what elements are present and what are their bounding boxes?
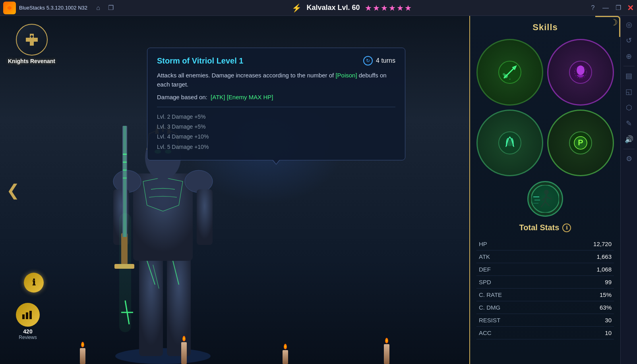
poison-tag: [Poison] [335, 72, 357, 79]
candle-flame [284, 344, 287, 349]
bluestacks-sidebar: ◎ ↺ ⊕ ▤ ◱ ⬡ ✎ 🔊 ⚙ [620, 0, 637, 364]
skill-name: Storm of Vitriol Level 1 [157, 56, 243, 65]
skill-tooltip: Storm of Vitriol Level 1 ↻ 4 turns Attac… [147, 48, 405, 160]
stats-table: HP 12,720 ATK 1,663 DEF 1,068 SPD 99 C. … [476, 238, 614, 339]
total-stats-header: Total Stats ℹ [476, 223, 614, 232]
right-panel-inner: Skills + [470, 16, 620, 346]
skill-turns: ↻ 4 turns [363, 56, 395, 65]
stat-label: RESIST [476, 314, 552, 327]
stat-label: C. RATE [476, 289, 552, 301]
passive-badge: P [605, 168, 611, 173]
stats-row: ACC 10 [476, 327, 614, 339]
reviews-count: 420 [23, 328, 32, 335]
skill-2-icon[interactable] [547, 39, 614, 106]
sidebar-icon-3[interactable]: ⊕ [622, 49, 636, 64]
stat-value: 63% [552, 301, 614, 314]
stat-label: C. DMG [476, 301, 552, 314]
tooltip-arrow-inner [273, 160, 279, 164]
star-rating: ★★★★★★ [365, 3, 412, 13]
turns-icon: ↻ [363, 56, 373, 65]
home-icon[interactable]: ⌂ [94, 4, 103, 12]
stat-value: 10 [552, 327, 614, 339]
stats-info-button[interactable]: ℹ [562, 223, 571, 232]
sidebar-icon-8[interactable]: 🔊 [622, 132, 636, 146]
stats-row: RESIST 30 [476, 314, 614, 327]
candle-body [80, 348, 85, 364]
stats-row: C. RATE 15% [476, 289, 614, 301]
gold-corner-decoration: ☽ [589, 16, 620, 40]
svg-rect-27 [119, 213, 131, 332]
skill-1-icon[interactable]: + [476, 39, 543, 106]
stat-label: SPD [476, 276, 552, 289]
stats-row: C. DMG 63% [476, 301, 614, 314]
skill-separator [157, 107, 395, 107]
svg-marker-1 [8, 6, 12, 10]
brand-label: BlueStacks 5.3.120.1002 N32 [19, 5, 87, 11]
candle-left [80, 342, 85, 364]
right-panel: Skills + [469, 16, 620, 364]
svg-rect-31 [22, 314, 25, 319]
svg-rect-26 [123, 177, 127, 179]
damage-based: Damage based on: [ATK] [Enemy MAX HP] [157, 94, 395, 100]
candle-right [384, 338, 389, 364]
stat-value: 15% [552, 289, 614, 301]
candle-body [384, 344, 389, 364]
stats-row: DEF 1,068 [476, 263, 614, 276]
guild-info: Knights Revenant [8, 24, 55, 64]
back-button[interactable]: ❮ [6, 181, 20, 199]
svg-text:+: + [509, 77, 511, 81]
skill-level-3: Lvl. 3 Damage +5% [157, 122, 395, 132]
sidebar-icon-1[interactable]: ◎ [622, 17, 636, 32]
atk-tag: [ATK] [211, 94, 225, 100]
titlebar-nav-icons: ⌂ ❐ [94, 4, 115, 12]
svg-text:P: P [578, 138, 583, 147]
sidebar-icon-6[interactable]: ⬡ [622, 100, 636, 115]
titlebar: BlueStacks 5.3.120.1002 N32 ⌂ ❐ ⚡ Kalval… [0, 0, 637, 16]
settings-icon[interactable]: ⚙ [622, 152, 636, 166]
svg-point-36 [503, 73, 505, 75]
minimize-icon[interactable]: — [602, 4, 610, 12]
sidebar-icon-4[interactable]: ▤ [622, 69, 636, 83]
candles-area [0, 316, 469, 364]
stat-value: 1,663 [552, 250, 614, 263]
skill-description: Attacks all enemies. Damage increases ac… [157, 71, 395, 89]
skill-5-icon[interactable] [527, 181, 563, 217]
stat-value: 30 [552, 314, 614, 327]
sidebar-icon-7[interactable]: ✎ [622, 116, 636, 131]
svg-point-39 [577, 65, 585, 75]
guild-name: Knights Revenant [8, 58, 55, 64]
titlebar-window-controls: ? — ❐ ✕ [589, 3, 634, 13]
stat-label: HP [476, 238, 552, 250]
skill-4-icon[interactable]: P P [547, 110, 614, 176]
champion-title: Kalvalax Lvl. 60 [306, 4, 360, 12]
candle-flame [385, 338, 388, 343]
stat-value: 1,068 [552, 263, 614, 276]
stats-row: HP 12,720 [476, 238, 614, 250]
svg-rect-32 [26, 312, 28, 319]
sidebar-icon-5[interactable]: ◱ [622, 85, 636, 99]
sidebar-icon-2[interactable]: ↺ [622, 33, 636, 48]
reviews-icon [16, 303, 40, 327]
enemy-hp-tag: [Enemy MAX HP] [227, 94, 273, 100]
svg-rect-25 [123, 169, 127, 171]
turns-value: 4 turns [376, 57, 395, 64]
skill-3-icon[interactable] [476, 110, 543, 176]
reviews-button[interactable]: 420 Reviews [16, 303, 40, 340]
game-area: Knights Revenant ℹ 420 Reviews ❮ Storm o… [0, 16, 620, 364]
svg-point-42 [507, 140, 513, 146]
stat-value: 99 [552, 276, 614, 289]
skill-level-4: Lvl. 4 Damage +10% [157, 132, 395, 142]
stats-row: SPD 99 [476, 276, 614, 289]
skill-level-5: Lvl. 5 Damage +10% [157, 142, 395, 152]
copy-icon[interactable]: ❐ [106, 4, 115, 12]
close-icon[interactable]: ✕ [627, 3, 634, 13]
champion-info-button[interactable]: ℹ [24, 273, 44, 293]
stat-label: ATK [476, 250, 552, 263]
lightning-icon: ⚡ [292, 3, 302, 13]
skill-5-wrapper [476, 181, 614, 217]
restore-icon[interactable]: ❐ [614, 4, 622, 12]
moon-icon: ☽ [610, 17, 618, 28]
candle-flame [182, 336, 186, 341]
titlebar-center: ⚡ Kalvalax Lvl. 60 ★★★★★★ [115, 3, 589, 13]
help-icon[interactable]: ? [589, 4, 597, 12]
